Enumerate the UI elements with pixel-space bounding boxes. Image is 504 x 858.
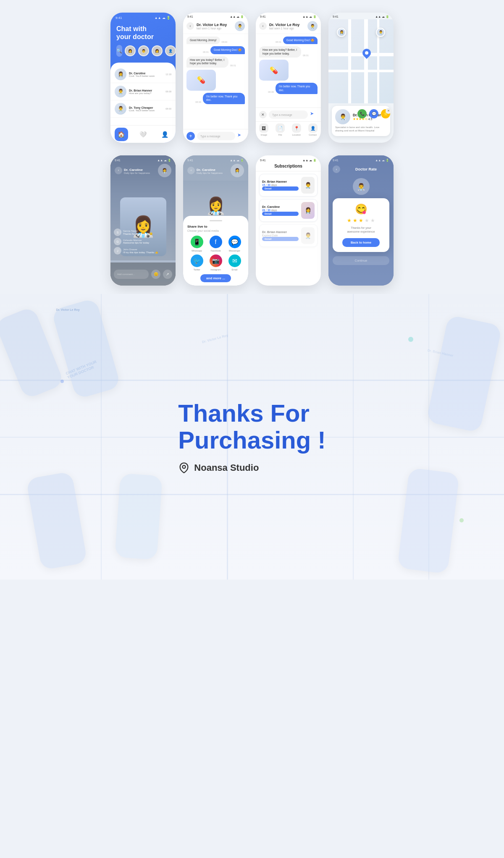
image-message-row: 💊 (186, 70, 245, 91)
attach-location[interactable]: 📍 Location (292, 123, 301, 136)
back-share-button[interactable]: ‹ (187, 167, 195, 174)
subscription-card-3: Dr. Brian Hanner Expired Date Detail 👨‍⚕… (259, 224, 318, 247)
star-4[interactable]: ★ (365, 218, 369, 223)
viewer-msg-1: Thanks for sharing doc 😊 (123, 232, 152, 235)
star-2[interactable]: ★ (353, 218, 357, 223)
share-facebook[interactable]: f Facebook (210, 236, 222, 252)
send-button-2[interactable]: ➤ (310, 111, 318, 118)
signal-icons-1: ▲▲ ☁ 🔋 (155, 16, 171, 20)
attach-image[interactable]: 🖼 Image (259, 123, 268, 136)
doctor-avatar: 👨‍⚕️ (235, 21, 245, 31)
doctor-photo: 👨‍⚕️ (335, 109, 350, 124)
time-1: 9:41 (116, 16, 122, 20)
message-input-2[interactable]: Type a message (269, 110, 308, 119)
viewer-msg-3: I'll try this tips today. Thanks 👍 (123, 251, 158, 254)
phone-map: 9:41 ▲▲ ☁ 🔋 👩‍⚕️ 👨‍⚕️ (328, 13, 394, 143)
signal-7: ▲▲ ☁ 🔋 (302, 159, 317, 162)
avatar-2: 👨 (138, 45, 149, 56)
search-avatar-row: 🔍 👩 👨 👩 👤 👤 (116, 45, 170, 57)
time-5: 9:41 (115, 159, 121, 162)
list-item[interactable]: 👨‍⚕️ Dr. Brian Hanner How are you today?… (110, 83, 176, 100)
back-home-button[interactable]: Back to home (342, 238, 380, 247)
and-more-button[interactable]: and more ... (200, 274, 231, 282)
status-bar-3: 9:41 ▲▲ ☁ 🔋 (256, 13, 321, 19)
share-icons-row-1: 📱 Whatsapp f Facebook 💬 Messenger (187, 236, 244, 252)
back-button-2[interactable]: ‹ (259, 22, 267, 30)
share-header: ‹ Dr. Caroline Daily tips for happiness … (187, 164, 244, 178)
ig-label: Instagram (210, 268, 220, 271)
share-twitter[interactable]: 🐦 Twitter (191, 255, 203, 271)
detail-button-2[interactable]: Detail (262, 212, 299, 216)
back-button[interactable]: ‹ (186, 22, 194, 30)
rate-page-title: Doctor Rate (355, 167, 377, 171)
video-nav: ‹ Dr. Caroline Daily tips for happiness … (115, 164, 171, 178)
message-row: 08:06 I'm better now. Thank you doc. (186, 93, 245, 104)
attach-contact[interactable]: 👤 Contact (308, 123, 318, 136)
em-label: Email (232, 268, 238, 271)
share-whatsapp[interactable]: 📱 Whatsapp (191, 236, 203, 252)
detail-button-1[interactable]: Detail (262, 186, 299, 191)
conversation-header: ‹ Dr. Victor Le Roy last seen 1 hour ago… (183, 19, 248, 34)
time-8: 9:41 (333, 159, 339, 162)
video-comment-input[interactable]: Add comment... (114, 270, 149, 279)
search-icon-bubble[interactable]: 🔍 (116, 45, 122, 57)
call-button[interactable]: 📞 (357, 109, 367, 118)
video-share-button[interactable]: ↗ (163, 270, 172, 279)
chat-button[interactable]: 💬 (369, 109, 378, 118)
avatar-4: 👤 (165, 45, 176, 56)
wm-text-1: Dr. Victor Le Roy (52, 304, 98, 315)
share-email[interactable]: ✉ Email (228, 255, 241, 271)
home-nav-icon[interactable]: 🏠 (115, 128, 128, 141)
message-input[interactable]: Type a message (197, 132, 235, 140)
chat-info-3: Dr. Tony Cheaper Cool. You'll better soo… (129, 106, 163, 112)
attach-file-label: File (278, 134, 282, 136)
attach-file[interactable]: 📄 File (276, 123, 285, 136)
image-bubble-2: 💊 (259, 60, 289, 81)
share-messenger[interactable]: 💬 Messenger (228, 236, 241, 252)
detail-button-3[interactable]: Detail (262, 237, 299, 241)
continue-button[interactable]: Continue (333, 256, 389, 265)
status-bar-2: 9:41 ▲▲ ☁ 🔋 (183, 13, 248, 19)
time-3: 9:41 (260, 15, 266, 18)
received-bubble: How are you today? Better, I hope you be… (259, 46, 301, 58)
add-attachment-button[interactable]: + (186, 132, 195, 140)
avatar-1: 👩 (125, 45, 136, 56)
msg-time: 08:00 (165, 108, 171, 110)
star-5[interactable]: ★ (370, 218, 375, 223)
signal-3: ▲▲ ☁ 🔋 (302, 15, 317, 18)
list-item[interactable]: 👨‍⚕️ Dr. Tony Cheaper Cool. You'll bette… (110, 100, 176, 118)
rate-back-button[interactable]: ‹ (333, 165, 340, 173)
share-doctor-info: Dr. Caroline Daily tips for happiness (197, 168, 223, 174)
video-emoji-button[interactable]: 😊 (151, 270, 160, 279)
star-1[interactable]: ★ (347, 218, 352, 223)
close-attachment-button[interactable]: ✕ (259, 111, 267, 118)
star-3[interactable]: ★ (359, 218, 363, 223)
online-status-2: last seen 1 hour ago (269, 27, 305, 30)
video-doctor-avatar: 👩‍⚕️ (158, 164, 171, 177)
sub-info-3: Dr. Brian Hanner Expired Date Detail (262, 230, 299, 241)
sub-avatar-2: 👩‍⚕️ (301, 202, 315, 219)
viewer-avatar-3: J (114, 247, 121, 255)
nearby-doctor-2: 👨‍⚕️ (376, 28, 385, 37)
video-chat-bubbles: S Sanna Tawel Thanks for sharing doc 😊 G… (114, 228, 172, 256)
send-button[interactable]: ➤ (237, 132, 245, 140)
viewer-message-3: John Drawer I'll try this tips today. Th… (123, 248, 158, 254)
back-video-button[interactable]: ‹ (115, 167, 122, 174)
close-card-button[interactable]: ✕ (386, 108, 391, 114)
share-instagram[interactable]: 📷 Instagram (210, 255, 222, 271)
last-message: Cool. You'll better soon (129, 109, 163, 112)
rate-emoji: 😋 (337, 203, 385, 215)
video-input-bar: Add comment... 😊 ↗ (110, 262, 176, 286)
sent-bubble: Good Morning Doc! 🤩 (210, 46, 245, 54)
heart-nav-icon[interactable]: 🤍 (136, 128, 150, 141)
profile-nav-icon[interactable]: 👤 (158, 128, 171, 141)
doctor-name: Dr. Tony Cheaper (129, 106, 163, 109)
chat-info-2: Dr. Brian Hanner How are you today? (129, 89, 163, 94)
list-item[interactable]: 👩‍⚕️ Dr. Caroline Cool. You'll better so… (110, 66, 176, 83)
thanks-line1: Thanks For (178, 399, 310, 427)
subscriptions-header: 9:41 ▲▲ ☁ 🔋 Subscriptions (256, 155, 321, 171)
msg-time: 08:01 (276, 41, 281, 43)
location-icon: 📍 (292, 123, 301, 133)
viewer-msg-2: Awesome tips for today (123, 241, 149, 244)
twitter-icon: 🐦 (191, 255, 203, 267)
